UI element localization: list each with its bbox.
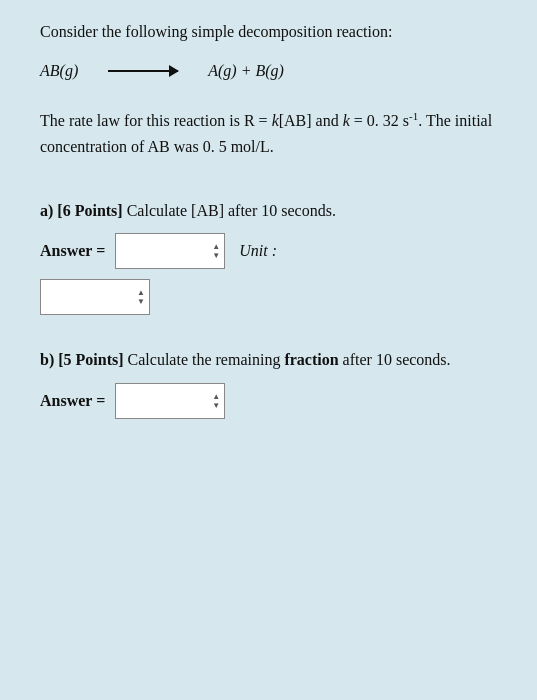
reaction-arrow — [108, 70, 178, 72]
rate-law-section: The rate law for this reaction is R = k[… — [40, 108, 497, 160]
part-b-answer-label: Answer = — [40, 388, 105, 414]
part-a-value-select-wrapper[interactable]: ▲ ▼ — [115, 233, 225, 269]
part-b-text: Calculate the remaining fraction after 1… — [124, 351, 451, 368]
part-b-label: b) [5 Points] — [40, 351, 124, 368]
rate-law-text: The rate law for this reaction is R = k[… — [40, 108, 497, 160]
part-a-label: a) [6 Points] — [40, 202, 123, 219]
reaction-equation: AB(g) A(g) + B(g) — [40, 62, 497, 80]
part-b-section: b) [5 Points] Calculate the remaining fr… — [40, 347, 497, 419]
part-b-value-select-wrapper[interactable]: ▲ ▼ — [115, 383, 225, 419]
part-a-unit-select-row: ▲ ▼ — [40, 279, 497, 315]
part-a-unit-select-wrapper[interactable]: ▲ ▼ — [40, 279, 150, 315]
part-a-section: a) [6 Points] Calculate [AB] after 10 se… — [40, 198, 497, 316]
part-b-value-select[interactable] — [115, 383, 225, 419]
arrow-line-icon — [108, 70, 178, 72]
part-a-value-select[interactable] — [115, 233, 225, 269]
part-b-question: b) [5 Points] Calculate the remaining fr… — [40, 347, 497, 373]
rate-law-k2: k — [343, 112, 350, 129]
part-a-answer-label: Answer = — [40, 238, 105, 264]
part-a-unit-label: Unit : — [239, 238, 277, 264]
rate-law-exponent: -1 — [409, 110, 418, 122]
reaction-reactant: AB(g) — [40, 62, 78, 80]
rate-law-k: k — [272, 112, 279, 129]
part-b-answer-row: Answer = ▲ ▼ — [40, 383, 497, 419]
part-a-text: Calculate [AB] after 10 seconds. — [123, 202, 336, 219]
main-content: Consider the following simple decomposit… — [40, 20, 497, 419]
part-a-question: a) [6 Points] Calculate [AB] after 10 se… — [40, 198, 497, 224]
intro-text: Consider the following simple decomposit… — [40, 23, 392, 40]
part-a-answer-row: Answer = ▲ ▼ Unit : — [40, 233, 497, 269]
intro-paragraph: Consider the following simple decomposit… — [40, 20, 497, 44]
fraction-bold: fraction — [284, 351, 338, 368]
part-a-unit-select[interactable] — [40, 279, 150, 315]
reaction-products: A(g) + B(g) — [208, 62, 284, 80]
